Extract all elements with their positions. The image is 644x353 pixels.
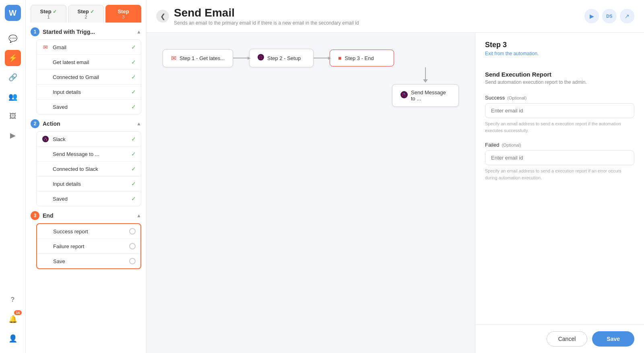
share-icon: ↗ bbox=[625, 13, 630, 19]
flow-node-step3[interactable]: ■ Step 3 - End bbox=[330, 50, 394, 66]
help-icon: ? bbox=[11, 296, 15, 303]
step-item[interactable]: Failure report bbox=[37, 239, 140, 254]
save-button[interactable]: Save bbox=[592, 331, 634, 347]
step-item[interactable]: Save bbox=[37, 254, 140, 268]
notification-badge: 16 bbox=[14, 310, 21, 315]
step-item[interactable]: Input details ✓ bbox=[37, 85, 141, 100]
save-icon bbox=[41, 103, 50, 111]
video-icon: ▶ bbox=[10, 131, 16, 140]
step-item-label: Success report bbox=[53, 228, 129, 235]
step-tab-2[interactable]: Step ✓ 2 bbox=[68, 5, 104, 23]
step-item[interactable]: Connected to Gmail ✓ bbox=[37, 70, 141, 85]
step-item-label: Send Message to ... bbox=[53, 151, 131, 157]
failed-field-label: Failed (Optional) bbox=[485, 142, 634, 148]
step-group-2-body: Slack ✓ Send Message to ... ✓ Connected … bbox=[36, 131, 141, 206]
success-email-input[interactable] bbox=[485, 103, 634, 118]
svg-point-1 bbox=[258, 54, 264, 60]
collapse-3-icon[interactable]: ▲ bbox=[136, 213, 141, 218]
play-button[interactable]: ▶ bbox=[584, 9, 599, 23]
step-item[interactable]: ✉ Gmail ✓ bbox=[37, 40, 141, 55]
notifications-nav-item[interactable]: 🔔 16 bbox=[5, 311, 21, 327]
step-item-label: Saved bbox=[53, 104, 131, 110]
step-group-3-body: Success report Failure report Save bbox=[36, 223, 141, 269]
right-panel-header: Step 3 Exit from the automation. bbox=[475, 33, 644, 56]
node-label: Step 1 - Get lates... bbox=[180, 55, 225, 61]
collapse-1-icon[interactable]: ▲ bbox=[136, 29, 141, 35]
step-item-label: Connected to Gmail bbox=[53, 74, 131, 80]
steps-content: 1 Started with Trigg... ▲ ✉ Gmail ✓ Get … bbox=[26, 23, 146, 353]
step-item[interactable]: Send Message to ... ✓ bbox=[37, 147, 141, 162]
step-group-1-title: Started with Trigg... bbox=[43, 29, 133, 35]
failed-email-input[interactable] bbox=[485, 150, 634, 165]
collapse-2-icon[interactable]: ▲ bbox=[136, 121, 141, 127]
automation-nav-item[interactable]: ⚡ bbox=[5, 50, 21, 66]
node-label: Step 2 - Setup bbox=[267, 55, 301, 61]
step-number-2: 2 bbox=[31, 119, 39, 128]
chat-icon: 💬 bbox=[8, 34, 17, 43]
users-icon: 👥 bbox=[8, 92, 17, 101]
check-icon: ✓ bbox=[131, 136, 136, 142]
gmail-icon: ✉ bbox=[41, 43, 50, 51]
check-icon: ✓ bbox=[131, 166, 136, 172]
check-icon: ✓ bbox=[131, 151, 136, 157]
branch-node-send-message[interactable]: Send Message to ... bbox=[392, 84, 459, 107]
video-nav-item[interactable]: ▶ bbox=[5, 127, 21, 143]
users-nav-item[interactable]: 👥 bbox=[5, 89, 21, 105]
step-item[interactable]: Saved ✓ bbox=[37, 191, 141, 206]
step-group-1-body: ✉ Gmail ✓ Get latest email ✓ Connected t… bbox=[36, 39, 141, 114]
chat-nav-item[interactable]: 💬 bbox=[5, 31, 21, 47]
step-item[interactable]: Slack ✓ bbox=[37, 132, 141, 147]
media-icon: 🖼 bbox=[9, 112, 17, 120]
nav-bottom: ? 🔔 16 👤 bbox=[5, 290, 21, 348]
main-canvas: ✉ Step 1 - Get lates... Step 2 bbox=[147, 33, 475, 353]
profile-nav-item[interactable]: 👤 bbox=[5, 330, 21, 347]
cancel-button[interactable]: Cancel bbox=[547, 331, 588, 347]
step-item-label: Connected to Slack bbox=[53, 166, 131, 172]
media-nav-item[interactable]: 🖼 bbox=[5, 108, 21, 124]
radio-button[interactable] bbox=[129, 228, 136, 235]
step-number-1: 1 bbox=[31, 27, 39, 36]
radio-button[interactable] bbox=[129, 243, 136, 249]
email-icon bbox=[41, 58, 50, 66]
back-button[interactable]: ❮ bbox=[156, 10, 169, 23]
radio-button[interactable] bbox=[129, 258, 136, 264]
flow-node-step2[interactable]: Step 2 - Setup bbox=[249, 49, 314, 67]
step-number-3: 3 bbox=[31, 211, 39, 220]
link-nav-item[interactable]: 🔗 bbox=[5, 69, 21, 85]
header-actions: ▶ DS ↗ bbox=[584, 9, 634, 23]
end-flow-icon: ■ bbox=[338, 55, 341, 61]
flow-node-step1[interactable]: ✉ Step 1 - Get lates... bbox=[163, 49, 233, 67]
branch-node-label: Send Message to ... bbox=[411, 89, 450, 102]
step-item[interactable]: Success report bbox=[37, 224, 140, 239]
share-button[interactable]: ↗ bbox=[620, 9, 634, 23]
step-item[interactable]: Input details ✓ bbox=[37, 176, 141, 191]
automation-icon: ⚡ bbox=[8, 54, 17, 62]
profile-icon: 👤 bbox=[8, 334, 17, 343]
step-group-2-title: Action bbox=[43, 120, 133, 127]
right-panel: Step 3 Exit from the automation. Send Ex… bbox=[475, 33, 644, 353]
page-title: Send Email bbox=[174, 6, 359, 19]
page-header: ❮ Send Email Sends an email to the prima… bbox=[147, 0, 644, 33]
help-nav-item[interactable]: ? bbox=[5, 292, 21, 308]
svg-point-2 bbox=[400, 91, 408, 98]
svg-point-0 bbox=[42, 136, 49, 142]
canvas-area: ✉ Step 1 - Get lates... Step 2 bbox=[147, 33, 475, 123]
step-item[interactable]: Connected to Slack ✓ bbox=[37, 162, 141, 176]
step-group-1: 1 Started with Trigg... ▲ ✉ Gmail ✓ Get … bbox=[31, 27, 141, 114]
check-icon: ✓ bbox=[131, 59, 136, 65]
check-icon: ✓ bbox=[131, 44, 136, 50]
step-item-label: Saved bbox=[53, 196, 131, 202]
step-item-label: Failure report bbox=[53, 243, 129, 249]
back-icon: ❮ bbox=[160, 12, 165, 20]
section-desc: Send automation execution report to the … bbox=[485, 79, 634, 85]
message-icon bbox=[41, 150, 50, 158]
step-tab-3[interactable]: Step 3 bbox=[105, 5, 141, 23]
ds-button[interactable]: DS bbox=[602, 9, 617, 23]
step-item[interactable]: Saved ✓ bbox=[37, 100, 141, 114]
step-item[interactable]: Get latest email ✓ bbox=[37, 55, 141, 70]
right-panel-body: Send Execution Report Send automation ex… bbox=[475, 56, 644, 324]
check-icon: ✓ bbox=[131, 74, 136, 80]
step-tab-1[interactable]: Step ✓ 1 bbox=[31, 5, 66, 23]
slack-icon bbox=[41, 135, 50, 143]
save2-icon bbox=[41, 195, 50, 203]
